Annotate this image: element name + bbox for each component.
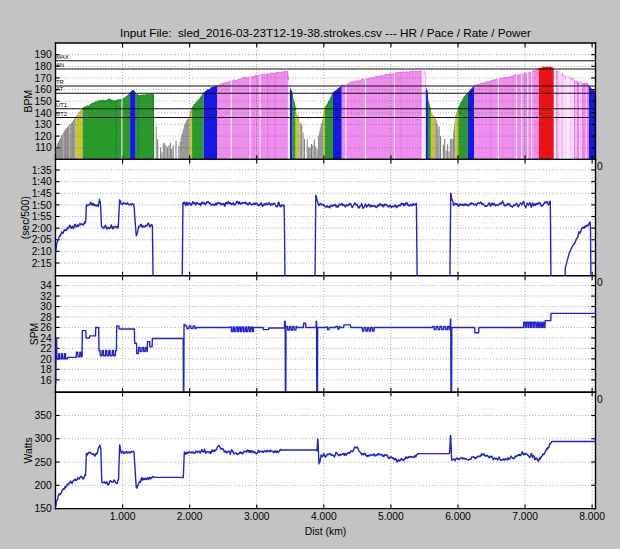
svg-text:(sec/500): (sec/500)	[20, 196, 31, 239]
svg-text:0: 0	[597, 277, 603, 288]
svg-text:1.000: 1.000	[110, 511, 136, 522]
svg-text:2:15: 2:15	[32, 258, 52, 269]
svg-text:2:05: 2:05	[32, 234, 52, 245]
svg-text:190: 190	[34, 49, 51, 60]
svg-text:20: 20	[40, 354, 52, 365]
svg-text:2.000: 2.000	[177, 511, 203, 522]
svg-text:350: 350	[34, 410, 51, 421]
svg-text:26: 26	[40, 322, 52, 333]
svg-text:SPM: SPM	[29, 323, 40, 346]
svg-text:180: 180	[34, 61, 51, 72]
svg-text:30: 30	[40, 301, 52, 312]
svg-text:Input File: sled_2016-03-23T1: Input File: sled_2016-03-23T12-19-38.str…	[120, 26, 531, 39]
svg-text:16: 16	[40, 375, 52, 386]
svg-text:160: 160	[34, 84, 51, 95]
svg-text:150: 150	[34, 503, 51, 514]
svg-text:AT: AT	[56, 86, 64, 92]
svg-text:2:00: 2:00	[32, 223, 52, 234]
svg-text:6.000: 6.000	[445, 511, 471, 522]
svg-text:120: 120	[34, 131, 51, 142]
svg-text:7.000: 7.000	[512, 511, 538, 522]
svg-text:130: 130	[34, 119, 51, 130]
svg-text:200: 200	[34, 480, 51, 491]
svg-text:0: 0	[597, 394, 603, 405]
svg-text:0: 0	[597, 161, 603, 172]
svg-text:3.000: 3.000	[244, 511, 270, 522]
svg-text:4.000: 4.000	[311, 511, 337, 522]
svg-text:Dist (km): Dist (km)	[305, 526, 347, 537]
svg-text:28: 28	[40, 312, 52, 323]
svg-text:5.000: 5.000	[378, 511, 404, 522]
svg-text:AN: AN	[56, 62, 64, 68]
svg-text:24: 24	[40, 333, 52, 344]
svg-text:UT2: UT2	[56, 111, 68, 117]
svg-text:1:35: 1:35	[32, 165, 52, 176]
svg-text:1:40: 1:40	[32, 176, 52, 187]
svg-text:300: 300	[34, 433, 51, 444]
svg-text:32: 32	[40, 291, 52, 302]
svg-text:34: 34	[40, 280, 52, 291]
svg-text:1:50: 1:50	[32, 200, 52, 211]
svg-text:2:10: 2:10	[32, 246, 52, 257]
svg-text:BPM: BPM	[23, 90, 34, 113]
svg-text:250: 250	[34, 457, 51, 468]
svg-text:1:45: 1:45	[32, 188, 52, 199]
svg-text:170: 170	[34, 73, 51, 84]
svg-text:UT1: UT1	[56, 102, 68, 108]
svg-text:18: 18	[40, 364, 52, 375]
svg-text:TR: TR	[56, 79, 65, 85]
svg-text:1:55: 1:55	[32, 211, 52, 222]
svg-text:140: 140	[34, 108, 51, 119]
svg-text:Watts: Watts	[23, 437, 34, 463]
svg-text:150: 150	[34, 96, 51, 107]
svg-text:22: 22	[40, 343, 52, 354]
svg-text:8.000: 8.000	[579, 511, 605, 522]
svg-text:MAX: MAX	[56, 54, 69, 60]
svg-text:110: 110	[35, 142, 52, 153]
